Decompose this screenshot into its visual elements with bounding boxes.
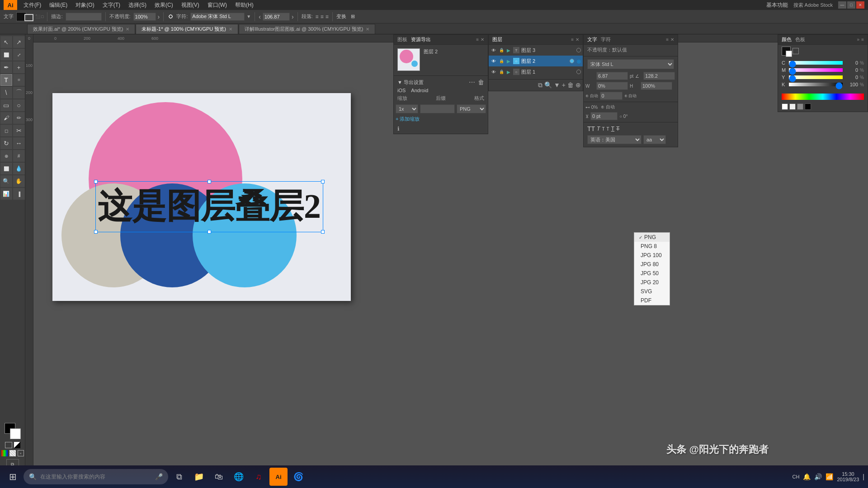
add-anchor-tool[interactable]: + — [13, 61, 25, 73]
export-settings-toggle[interactable]: ▼ 导出设置 — [397, 79, 424, 86]
layer-2[interactable]: 👁 🔒 ▶ ○ 图层 2 ◎ — [489, 56, 583, 66]
swatch-gray[interactable] — [797, 103, 803, 110]
font-family-select[interactable]: 宋体 Std L — [587, 59, 674, 69]
color-spectrum[interactable] — [782, 94, 864, 100]
menu-edit[interactable]: 编辑(E) — [46, 0, 71, 10]
layers-option3[interactable]: ⊕ — [576, 81, 581, 89]
height-input[interactable] — [641, 82, 672, 90]
menu-window[interactable]: 窗口(W) — [204, 0, 231, 10]
tab-artboard[interactable]: 图板 — [397, 36, 407, 43]
layer-3[interactable]: 👁 🔒 ▶ T 图层 3 — [489, 45, 583, 56]
tab-2[interactable]: 未标题-1* @ 100% (CMYK/GPU 预览) ✕ — [136, 24, 238, 34]
opacity-arrow[interactable]: › — [158, 13, 160, 20]
format-jpg80[interactable]: JPG 80 — [634, 260, 670, 269]
direct-select-tool[interactable]: ↗ — [13, 36, 25, 48]
layers-close[interactable]: ✕ — [576, 37, 579, 42]
space-input[interactable] — [590, 112, 618, 120]
gradient-mode[interactable] — [9, 450, 16, 456]
menu-file[interactable]: 文件(F) — [20, 0, 45, 10]
layer-2-eye[interactable]: 👁 — [491, 58, 497, 64]
mesh-tool[interactable]: # — [13, 150, 25, 162]
align-right[interactable]: ≡ — [326, 14, 329, 20]
font-size-up[interactable]: › — [292, 13, 294, 20]
props-close[interactable]: ✕ — [670, 37, 674, 42]
fg-color[interactable] — [782, 47, 791, 56]
ios-tab[interactable]: iOS — [397, 88, 406, 93]
format-jpg20[interactable]: JPG 20 — [634, 278, 670, 287]
zoom-tool[interactable]: 🔍 — [0, 175, 12, 187]
m-slider[interactable] — [789, 70, 843, 73]
font-input[interactable] — [190, 13, 245, 21]
layer-2-lock[interactable]: 🔒 — [499, 58, 504, 64]
swatch-black[interactable] — [805, 103, 811, 110]
props-char-tab[interactable]: 字符 — [601, 36, 611, 43]
scale-select[interactable]: 1x 2x 3x — [396, 104, 418, 113]
layer-3-lock[interactable]: 🔒 — [499, 47, 504, 53]
layer-3-eye[interactable]: 👁 — [491, 47, 497, 53]
align-center[interactable]: ≡ — [321, 14, 324, 20]
menu-view[interactable]: 视图(V) — [178, 0, 203, 10]
column-chart-tool[interactable]: ▐ — [13, 188, 25, 200]
width-input[interactable] — [596, 82, 628, 90]
format-pdf[interactable]: PDF — [634, 296, 670, 305]
pencil-tool[interactable]: ✏ — [13, 112, 25, 124]
format-png8[interactable]: PNG 8 — [634, 242, 670, 251]
gradient-tool[interactable]: ⬜ — [0, 163, 12, 174]
panel-close-btn[interactable]: ✕ — [481, 37, 484, 42]
sub-button[interactable]: T — [607, 127, 609, 131]
transform-tool[interactable]: ⤢ — [13, 49, 25, 61]
none-mode[interactable]: × — [18, 450, 24, 456]
taskbar-music[interactable]: ♫ — [250, 468, 268, 486]
font-style-select[interactable]: ▼ — [246, 14, 251, 19]
color-menu[interactable]: ≡ — [861, 37, 864, 42]
stroke-input[interactable] — [66, 13, 102, 21]
font-size-input[interactable] — [263, 13, 290, 21]
layer-1-lock[interactable]: 🔒 — [499, 69, 504, 75]
x-input[interactable] — [600, 92, 623, 100]
format-select[interactable]: PNG — [457, 104, 486, 113]
props-text-tab[interactable]: 文字 — [587, 36, 597, 43]
rotate-tool[interactable]: ↻ — [0, 137, 12, 149]
color-tab[interactable]: 颜色 — [782, 36, 792, 43]
info-icon[interactable]: ℹ — [397, 126, 400, 132]
reflect-tool[interactable]: ↔ — [13, 137, 25, 149]
move-to-current[interactable]: ▼ — [554, 81, 560, 89]
text-tool[interactable]: T — [0, 74, 12, 86]
opacity-input[interactable] — [133, 13, 156, 21]
taskbar-store[interactable]: 🛍 — [210, 468, 228, 486]
search-stock[interactable]: 搜索 Adobe Stock — [793, 2, 833, 9]
bar-chart-tool[interactable]: 📊 — [0, 188, 12, 200]
swatch-white[interactable] — [782, 103, 788, 110]
line-tool[interactable]: \ — [0, 87, 12, 99]
menu-help[interactable]: 帮助(H) — [231, 0, 257, 10]
taskbar-ai[interactable]: Ai — [269, 468, 288, 486]
layer-1-name[interactable]: 图层 1 — [521, 69, 575, 75]
layer-1-eye[interactable]: 👁 — [491, 69, 497, 75]
taskbar-search[interactable]: 🔍 在这里输入你要搜索的内容 🎤 — [24, 469, 168, 484]
layers-tab[interactable]: 图层 — [492, 36, 502, 43]
stroke-swatch[interactable] — [24, 14, 33, 21]
c-slider[interactable] — [789, 62, 843, 66]
start-button[interactable]: ⊞ — [4, 468, 22, 486]
align-left[interactable]: ≡ — [316, 14, 319, 20]
color-mode[interactable] — [1, 450, 8, 456]
taskbar-network[interactable]: 📶 — [826, 473, 833, 480]
delete-layer[interactable]: 🗑 — [567, 81, 574, 89]
taskbar-volume[interactable]: 🔊 — [814, 473, 822, 480]
underline-button[interactable]: T — [611, 126, 614, 132]
layer-2-name[interactable]: 图层 2 — [521, 58, 568, 65]
add-layer[interactable]: + — [562, 81, 566, 89]
format-png[interactable]: ✓ PNG — [634, 233, 670, 242]
eraser-tool[interactable]: ◻ — [0, 125, 12, 136]
default-colors[interactable] — [14, 442, 20, 448]
panel-menu-btn[interactable]: ≡ — [476, 37, 479, 42]
taskbar-browser[interactable]: 🌐 — [230, 468, 248, 486]
scissors-tool[interactable]: ✂ — [13, 125, 25, 136]
taskbar-other[interactable]: 🌀 — [289, 468, 307, 486]
ellipse-tool[interactable]: ○ — [13, 99, 25, 111]
none-indicator[interactable] — [5, 442, 12, 448]
format-jpg100[interactable]: JPG 100 — [634, 251, 670, 260]
mic-icon[interactable]: 🎤 — [155, 473, 163, 480]
layer-2-expand[interactable]: ▶ — [507, 59, 510, 64]
maximize-button[interactable]: □ — [847, 1, 855, 9]
